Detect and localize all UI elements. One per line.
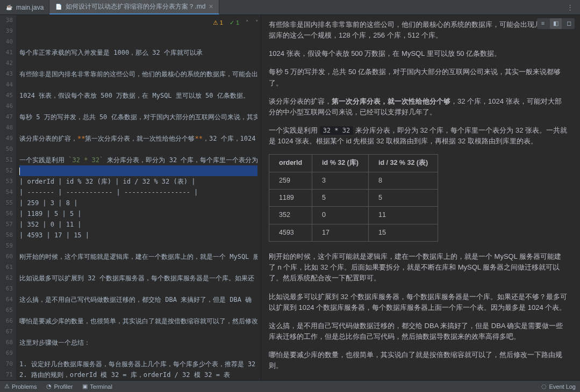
profiler-icon: ◔: [46, 383, 52, 390]
editor-line[interactable]: [19, 326, 257, 337]
editor-line[interactable]: [19, 348, 257, 359]
editor-line[interactable]: | ------- | ------------ | -------------…: [19, 187, 257, 198]
editor-line[interactable]: | 259 | 3 | 8 |: [19, 198, 257, 208]
preview-only-button[interactable]: ◻: [563, 18, 575, 29]
preview-paragraph: 谈分库分表的扩容，第一次分库分表，就一次性给他分个够，32 个库，1024 张表…: [269, 96, 568, 118]
table-cell: 3: [312, 172, 369, 189]
table-cell: 17: [312, 224, 369, 241]
editor-line[interactable]: 这里对步骤做一个总结：: [19, 337, 257, 348]
editor-line[interactable]: [19, 165, 257, 176]
editor-line[interactable]: [19, 284, 257, 294]
editor-line[interactable]: [19, 122, 257, 133]
table-row: 352011: [269, 207, 438, 224]
editor-line[interactable]: [19, 101, 257, 112]
editor-line[interactable]: 刚开始的时候，这个库可能就是逻辑库，建在一个数据库上的，就是一个 MySQL 服: [19, 251, 257, 262]
close-icon[interactable]: ✕: [209, 3, 213, 10]
java-file-icon: [5, 4, 13, 11]
markdown-file-icon: [55, 3, 62, 11]
line-gutter: 3839404142434445464748495051525354555657…: [0, 15, 16, 380]
table-cell: 4593: [269, 224, 312, 241]
editor-line[interactable]: 哪怕是要减少库的数量，也很简单，其实说白了就是按倍数缩容就可以了，然后修改: [19, 316, 257, 326]
editor-line[interactable]: 每个库正常承载的写入并发量是 1000，那么 32 个库就可以承: [19, 47, 257, 58]
main-split: 3839404142434445464748495051525354555657…: [0, 15, 580, 380]
table-cell: 11: [368, 207, 438, 224]
editor-line[interactable]: 1. 设定好几台数据库服务器，每台服务器上几个库，每个库多少个表，推荐是 32: [19, 359, 257, 369]
editor-only-button[interactable]: ≡: [537, 18, 549, 29]
table-cell: 259: [269, 172, 312, 189]
table-cell: 8: [368, 172, 438, 189]
table-cell: 0: [312, 207, 369, 224]
terminal-tool-button[interactable]: ▣Terminal: [82, 383, 112, 390]
table-row: 25938: [269, 172, 438, 189]
warning-icon: ⚠: [4, 383, 10, 390]
editor-line[interactable]: 这么搞，是不用自己写代码做数据迁移的，都交给 DBA 来搞好了，但是 DBA 确: [19, 294, 257, 305]
editor-line[interactable]: 谈分库分表的扩容，**第一次分库分表，就一次性给他分个够**，32 个库，102…: [19, 133, 257, 144]
preview-paragraph: 1024 张表，假设每个表放 500 万数据，在 MySQL 里可以放 50 亿…: [269, 48, 568, 59]
preview-paragraph: 刚开始的时候，这个库可能就是逻辑库，建在一个数据库上的，就是一个 MySQL 服…: [269, 251, 568, 284]
editor-line[interactable]: | 4593 | 17 | 15 |: [19, 230, 257, 241]
preview-paragraph: 哪怕是要减少库的数量，也很简单，其实说白了就是按倍数缩容就可以了，然后修改一下路…: [269, 350, 568, 371]
tab-md-file[interactable]: 如何设计可以动态扩容缩容的分库分表方案？.md ✕: [49, 0, 219, 14]
preview-paragraph: 每秒 5 万的写并发，总共 50 亿条数据，对于国内大部分的互联网公司来说，其实…: [269, 67, 568, 88]
tab-menu-button[interactable]: ⋮: [560, 0, 580, 14]
editor-line[interactable]: | 1189 | 5 | 5 |: [19, 208, 257, 219]
editor-line[interactable]: [19, 305, 257, 316]
table-header: id % 32 (库): [312, 155, 369, 172]
preview-paragraph: 这么搞，是不用自己写代码做数据迁移的，都交给 DBA 来搞好了，但是 DBA 确…: [269, 321, 568, 342]
editor-line[interactable]: [19, 144, 257, 155]
tab-main-java[interactable]: main.java: [0, 0, 49, 14]
prev-highlight-button[interactable]: ˄: [246, 17, 249, 28]
editor-line[interactable]: | 352 | 0 | 11 |: [19, 219, 257, 230]
editor-line[interactable]: 2. 路由的规则，orderId 模 32 = 库，orderId / 32 模…: [19, 369, 257, 380]
next-highlight-button[interactable]: ˅: [255, 17, 259, 28]
editor-line[interactable]: [19, 262, 257, 273]
preview-paragraph: 有些除非是国内排名非常靠前的这些公司，他们的最核心的系统的数据库，可能会出现几百…: [269, 19, 568, 41]
editor-body[interactable]: ⚠ 1 ✓ 1 ˄ ˅ 每个库正常承载的写入并发量是 1000，那么 32 个库…: [16, 15, 261, 380]
table-header: id / 32 % 32 (表): [368, 155, 438, 172]
preview-table: orderIdid % 32 (库)id / 32 % 32 (表)259381…: [269, 154, 438, 242]
preview-paragraph: 比如说最多可以扩展到 32 个数据库服务器，每个数据库服务器是一个库。如果还是不…: [269, 292, 568, 313]
table-header: orderId: [269, 155, 312, 172]
tab-label: main.java: [16, 4, 44, 11]
tab-label: 如何设计可以动态扩容缩容的分库分表方案？.md: [66, 2, 205, 11]
editor-line[interactable]: [19, 79, 257, 90]
editor-line[interactable]: 每秒 5 万的写并发，总共 50 亿条数据，对于国内大部分的互联网公司来说，其实: [19, 112, 257, 122]
editor-pane: 3839404142434445464748495051525354555657…: [0, 15, 261, 380]
table-cell: 5: [312, 190, 369, 207]
table-row: 118955: [269, 190, 438, 207]
table-cell: 352: [269, 207, 312, 224]
table-cell: 5: [368, 190, 438, 207]
editor-line[interactable]: | orderId | id % 32 (库) | id / 32 % 32 (…: [19, 176, 257, 187]
editor-line[interactable]: [19, 58, 257, 69]
editor-line[interactable]: 比如说最多可以扩展到 32 个数据库服务器，每个数据库服务器是一个库。如果还: [19, 273, 257, 284]
view-mode-toggle: ≡ ◧ ◻: [537, 18, 575, 29]
table-cell: 1189: [269, 190, 312, 207]
event-log-button[interactable]: ◌Event Log: [541, 383, 576, 390]
preview-paragraph: 一个实践是利用 32 * 32 来分库分表，即分为 32 个库，每个库里一个表分…: [269, 125, 568, 147]
profiler-tool-button[interactable]: ◔Profiler: [46, 383, 73, 390]
ok-badge[interactable]: ✓ 1: [230, 17, 239, 28]
status-bar: ⚠Problems ◔Profiler ▣Terminal ◌Event Log: [0, 380, 580, 392]
inspections-widget: ⚠ 1 ✓ 1 ˄ ˅: [213, 17, 259, 28]
inline-code: 32 * 32: [320, 126, 354, 135]
warning-badge[interactable]: ⚠ 1: [213, 17, 223, 28]
markdown-preview: ≡ ◧ ◻ 有些除非是国内排名非常靠前的这些公司，他们的最核心的系统的数据库，可…: [261, 15, 580, 380]
editor-line[interactable]: [19, 241, 257, 251]
editor-line[interactable]: 一个实践是利用 `32 * 32` 来分库分表，即分为 32 个库，每个库里一个…: [19, 155, 257, 165]
editor-line[interactable]: 有些除非是国内排名非常靠前的这些公司，他们的最核心的系统的数据库，可能会出: [19, 69, 257, 79]
terminal-icon: ▣: [82, 383, 88, 390]
split-view-button[interactable]: ◧: [550, 18, 562, 29]
editor-tabs: main.java 如何设计可以动态扩容缩容的分库分表方案？.md ✕ ⋮: [0, 0, 580, 15]
event-log-icon: ◌: [541, 383, 547, 390]
editor-line[interactable]: 1024 张表，假设每个表放 500 万数据，在 MySQL 里可以放 50 亿…: [19, 90, 257, 101]
problems-tool-button[interactable]: ⚠Problems: [4, 383, 37, 390]
table-row: 45931715: [269, 224, 438, 241]
table-cell: 15: [368, 224, 438, 241]
